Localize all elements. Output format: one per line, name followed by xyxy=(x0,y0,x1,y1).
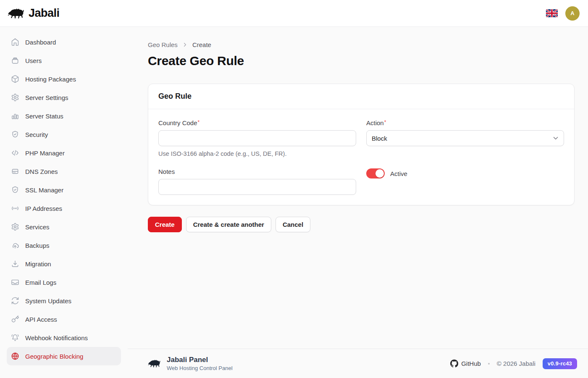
github-link[interactable]: GitHub xyxy=(450,360,481,368)
refresh-icon xyxy=(11,297,19,305)
uk-flag-icon[interactable] xyxy=(546,9,558,17)
sidebar-item-email-logs[interactable]: Email Logs xyxy=(7,273,121,291)
field-action: Action* Block xyxy=(366,119,564,157)
boar-icon xyxy=(148,359,161,368)
home-icon xyxy=(11,38,19,46)
footer-tagline: Web Hosting Control Panel xyxy=(167,365,233,371)
breadcrumb: Geo Rules Create xyxy=(148,41,575,48)
action-select[interactable]: Block xyxy=(366,130,564,146)
main-content: Geo Rules Create Create Geo Rule Geo Rul… xyxy=(128,27,588,349)
country-code-label: Country Code* xyxy=(158,119,356,126)
required-asterisk: * xyxy=(198,119,200,125)
bar-chart-icon xyxy=(11,112,19,120)
action-selected-value: Block xyxy=(372,135,387,142)
github-label: GitHub xyxy=(461,360,481,367)
sidebar: Dashboard Users Hosting Packages Server … xyxy=(0,27,128,378)
card-header: Geo Rule xyxy=(148,84,574,109)
chevron-right-icon xyxy=(182,42,188,48)
app-footer: Jabali Panel Web Hosting Control Panel G… xyxy=(128,349,588,378)
notes-label: Notes xyxy=(158,168,356,175)
gear-icon xyxy=(11,93,19,102)
sidebar-item-php-manager[interactable]: PHP Manager xyxy=(7,144,121,162)
sidebar-item-geographic-blocking[interactable]: Geographic Blocking xyxy=(7,347,121,365)
user-avatar[interactable]: A xyxy=(565,6,580,21)
field-country-code: Country Code* Use ISO-3166 alpha-2 code … xyxy=(158,119,356,157)
dot-separator xyxy=(488,363,490,365)
package-icon xyxy=(11,75,19,83)
globe-icon xyxy=(11,352,19,360)
code-icon xyxy=(11,149,19,157)
cloud-upload-icon xyxy=(11,241,19,249)
active-toggle-label: Active xyxy=(390,170,407,177)
sidebar-item-ssl-manager[interactable]: SSL Manager xyxy=(7,181,121,199)
gear-icon xyxy=(11,223,19,231)
sidebar-item-dashboard[interactable]: Dashboard xyxy=(7,33,121,51)
version-badge: v0.9-rc43 xyxy=(543,358,577,369)
radio-waves-icon xyxy=(11,204,19,213)
footer-brand-name: Jabali Panel xyxy=(167,356,233,364)
sidebar-item-users[interactable]: Users xyxy=(7,51,121,70)
boar-icon xyxy=(8,7,25,20)
github-icon xyxy=(450,360,458,368)
sidebar-item-backups[interactable]: Backups xyxy=(7,236,121,255)
form-actions: Create Create & create another Cancel xyxy=(148,217,575,232)
brand-name: Jabali xyxy=(29,7,60,20)
field-notes: Notes xyxy=(158,168,356,195)
geo-rule-card: Geo Rule Country Code* Use ISO-3166 alph… xyxy=(148,84,575,205)
page-title: Create Geo Rule xyxy=(148,54,575,68)
cancel-button[interactable]: Cancel xyxy=(276,217,310,232)
bell-icon xyxy=(11,333,19,342)
shield-check-icon xyxy=(11,130,19,139)
app-header: Jabali A xyxy=(0,0,588,27)
shield-check-icon xyxy=(11,186,19,194)
sidebar-item-ip-addresses[interactable]: IP Addresses xyxy=(7,199,121,218)
sidebar-item-security[interactable]: Security xyxy=(7,125,121,144)
sidebar-item-system-updates[interactable]: System Updates xyxy=(7,291,121,310)
country-code-helper: Use ISO-3166 alpha-2 code (e.g., US, DE,… xyxy=(158,150,356,157)
sidebar-item-server-settings[interactable]: Server Settings xyxy=(7,88,121,107)
sidebar-item-dns-zones[interactable]: DNS Zones xyxy=(7,162,121,181)
required-asterisk: * xyxy=(384,119,386,125)
chevron-down-icon xyxy=(552,134,559,142)
create-button[interactable]: Create xyxy=(148,217,182,232)
sidebar-item-server-status[interactable]: Server Status xyxy=(7,107,121,125)
key-icon xyxy=(11,315,19,323)
breadcrumb-geo-rules[interactable]: Geo Rules xyxy=(148,41,178,48)
field-active: Active xyxy=(366,168,564,195)
active-toggle[interactable] xyxy=(366,168,385,178)
sidebar-item-migration[interactable]: Migration xyxy=(7,255,121,273)
copyright-text: © 2026 Jabali xyxy=(497,360,536,367)
sidebar-item-hosting-packages[interactable]: Hosting Packages xyxy=(7,70,121,88)
users-drawer-icon xyxy=(11,56,19,65)
breadcrumb-create: Create xyxy=(192,41,211,48)
sidebar-item-services[interactable]: Services xyxy=(7,218,121,236)
sidebar-item-api-access[interactable]: API Access xyxy=(7,310,121,328)
country-code-input[interactable] xyxy=(158,130,356,146)
toggle-knob xyxy=(375,169,384,178)
server-icon xyxy=(11,167,19,176)
notes-input[interactable] xyxy=(158,179,356,195)
create-and-create-another-button[interactable]: Create & create another xyxy=(186,217,271,232)
brand-logo[interactable]: Jabali xyxy=(8,7,60,20)
download-icon xyxy=(11,260,19,268)
sidebar-item-webhook-notifications[interactable]: Webhook Notifications xyxy=(7,328,121,347)
action-label: Action* xyxy=(366,119,564,126)
inbox-icon xyxy=(11,278,19,286)
card-title: Geo Rule xyxy=(158,92,192,100)
